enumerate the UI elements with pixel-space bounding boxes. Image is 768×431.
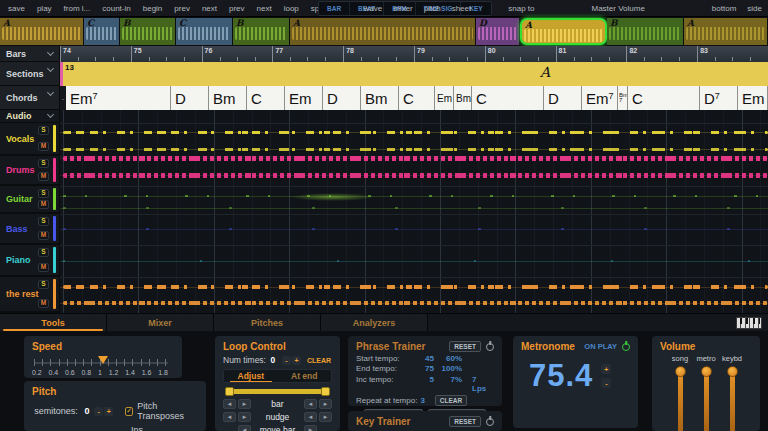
move-bar-right-button[interactable]: ► bbox=[304, 425, 317, 431]
loop-start-bar-left-button[interactable]: ◄ bbox=[223, 399, 236, 409]
loop-start-handle[interactable] bbox=[225, 387, 234, 396]
bar-ruler[interactable]: 74757677787980818283 bbox=[60, 46, 768, 62]
num-times-decrement-button[interactable]: - bbox=[282, 356, 291, 365]
toolbar-item[interactable]: sheet bbox=[452, 4, 472, 13]
solo-button[interactable]: S bbox=[38, 280, 49, 289]
waveform-display-area[interactable] bbox=[60, 110, 768, 313]
ruler-bar-cell[interactable]: 82 bbox=[626, 46, 697, 62]
volume-slider[interactable] bbox=[674, 366, 686, 431]
chord-cell[interactable]: Em bbox=[285, 86, 323, 110]
overview-section-a-9[interactable]: A bbox=[684, 18, 768, 45]
overview-section-a-0[interactable]: A bbox=[0, 18, 84, 45]
metronome-power-icon[interactable] bbox=[622, 343, 630, 351]
toolbar-item[interactable]: Master Volume bbox=[591, 4, 644, 13]
toolbar-item[interactable]: bottom bbox=[712, 4, 736, 13]
loop-tab-adjust[interactable]: Adjust bbox=[224, 370, 278, 382]
solo-button[interactable]: S bbox=[38, 189, 49, 198]
ruler-bar-cell[interactable]: 75 bbox=[131, 46, 202, 62]
semitones-increment-button[interactable]: + bbox=[104, 407, 113, 416]
tab-analyzers[interactable]: Analyzers bbox=[321, 314, 428, 331]
chord-cell[interactable]: C bbox=[628, 86, 700, 110]
loop-start-nudge-right-button[interactable]: ► bbox=[238, 412, 251, 422]
chord-cell[interactable]: Bm7 bbox=[618, 86, 628, 110]
toolbar-item[interactable]: play bbox=[37, 4, 52, 13]
phrase-trainer-reset-button[interactable]: RESET bbox=[449, 341, 481, 352]
solo-button[interactable]: S bbox=[38, 159, 49, 168]
chord-cell[interactable]: C bbox=[247, 86, 285, 110]
toolbar-item[interactable]: side bbox=[747, 4, 762, 13]
volume-slider-thumb[interactable] bbox=[701, 366, 712, 377]
phrase-trainer-power-icon[interactable] bbox=[486, 343, 494, 351]
chord-cell[interactable]: Bm bbox=[361, 86, 399, 110]
song-overview-timeline[interactable]: ACBCBADABA bbox=[0, 17, 768, 46]
speed-slider-thumb[interactable] bbox=[98, 356, 108, 364]
tab-mixer[interactable]: Mixer bbox=[107, 314, 214, 331]
loop-end-nudge-left-button[interactable]: ◄ bbox=[304, 412, 317, 422]
piano-keyboard-icon[interactable] bbox=[736, 317, 762, 329]
toolbar-item[interactable]: save bbox=[8, 4, 25, 13]
loop-range-slider[interactable] bbox=[223, 387, 332, 396]
sidebar-row-audio[interactable]: Audio bbox=[0, 110, 59, 123]
ruler-bar-cell[interactable]: 83 bbox=[697, 46, 768, 62]
semitones-decrement-button[interactable]: - bbox=[94, 407, 103, 416]
mute-button[interactable]: M bbox=[38, 142, 49, 151]
chord-cell[interactable]: Bm bbox=[209, 86, 247, 110]
toolbar-item[interactable]: from l... bbox=[64, 4, 91, 13]
key-trainer-power-icon[interactable] bbox=[486, 418, 494, 426]
speed-slider[interactable] bbox=[32, 358, 174, 367]
track-header-vocals[interactable]: VocalsSM bbox=[0, 123, 59, 156]
metronome-on-play-label[interactable]: ON PLAY bbox=[584, 342, 617, 351]
loop-end-handle[interactable] bbox=[321, 387, 330, 396]
sidebar-row-sections[interactable]: Sections bbox=[0, 62, 60, 86]
mute-button[interactable]: M bbox=[38, 263, 49, 272]
section-band[interactable]: 13 A bbox=[60, 62, 768, 86]
volume-slider[interactable] bbox=[726, 366, 738, 431]
chord-cell[interactable]: Em bbox=[738, 86, 768, 110]
overview-section-b-4[interactable]: B bbox=[233, 18, 290, 45]
mute-button[interactable]: M bbox=[38, 299, 49, 308]
overview-section-d-6[interactable]: D bbox=[476, 18, 520, 45]
chord-cell[interactable]: D7 bbox=[700, 86, 738, 110]
chord-cell[interactable]: D bbox=[323, 86, 361, 110]
move-bar-left-button[interactable]: ◄ bbox=[238, 425, 251, 431]
chord-cell[interactable]: D bbox=[171, 86, 209, 110]
loop-start-nudge-left-button[interactable]: ◄ bbox=[223, 412, 236, 422]
track-header-drums[interactable]: DrumsSM bbox=[0, 156, 59, 186]
ruler-bar-cell[interactable]: 76 bbox=[202, 46, 273, 62]
toolbar-item[interactable]: next bbox=[202, 4, 217, 13]
loop-start-bar-right-button[interactable]: ► bbox=[238, 399, 251, 409]
overview-section-c-3[interactable]: C bbox=[176, 18, 233, 45]
num-times-increment-button[interactable]: + bbox=[292, 356, 301, 365]
chord-cell[interactable]: Em bbox=[435, 86, 454, 110]
toolbar-item[interactable]: pitch bbox=[424, 4, 441, 13]
toolbar-item[interactable]: wave bbox=[364, 4, 383, 13]
toolbar-item[interactable]: mixer bbox=[393, 4, 413, 13]
mute-button[interactable]: M bbox=[38, 231, 49, 240]
tab-tools[interactable]: Tools bbox=[0, 314, 107, 331]
loop-marker[interactable] bbox=[60, 62, 63, 86]
solo-button[interactable]: S bbox=[38, 217, 49, 226]
metronome-bpm-decrement-button[interactable]: - bbox=[601, 378, 611, 388]
sidebar-row-chords[interactable]: Chords bbox=[0, 86, 60, 110]
track-header-bass[interactable]: BassSM bbox=[0, 214, 59, 245]
ruler-bar-cell[interactable]: 74 bbox=[60, 46, 131, 62]
ruler-bar-cell[interactable]: 81 bbox=[556, 46, 627, 62]
chord-cell[interactable]: D bbox=[544, 86, 582, 110]
key-trainer-reset-button[interactable]: RESET bbox=[449, 416, 481, 427]
track-header-piano[interactable]: PianoSM bbox=[0, 245, 59, 277]
volume-slider-thumb[interactable] bbox=[675, 366, 686, 377]
solo-button[interactable]: S bbox=[38, 126, 49, 135]
ruler-bar-cell[interactable]: 79 bbox=[414, 46, 485, 62]
toolbar-item[interactable]: loop bbox=[284, 4, 299, 13]
loop-tab-at-end[interactable]: At end bbox=[278, 370, 332, 382]
mute-button[interactable]: M bbox=[38, 172, 49, 181]
chord-cell[interactable]: Em7 bbox=[582, 86, 618, 110]
loop-clear-button[interactable]: CLEAR bbox=[307, 357, 331, 364]
loop-end-bar-left-button[interactable]: ◄ bbox=[304, 399, 317, 409]
sidebar-row-bars[interactable]: Bars bbox=[0, 46, 60, 62]
ruler-bar-cell[interactable]: 78 bbox=[343, 46, 414, 62]
loop-end-bar-right-button[interactable]: ► bbox=[319, 399, 332, 409]
overview-section-a-7[interactable]: A bbox=[520, 18, 607, 45]
toolbar-item[interactable]: snap to bbox=[508, 4, 534, 13]
chord-cell[interactable]: C bbox=[472, 86, 544, 110]
